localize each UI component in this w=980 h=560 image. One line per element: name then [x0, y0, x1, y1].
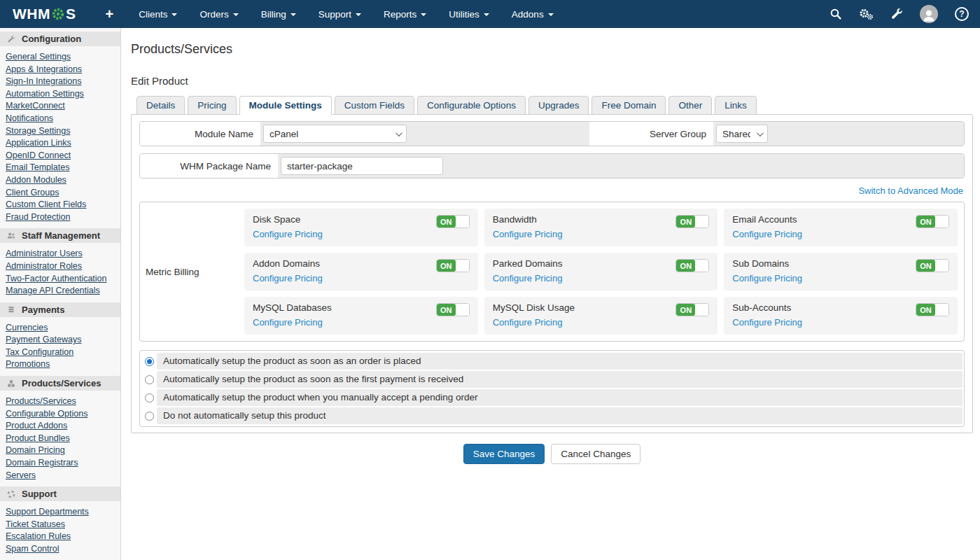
tab[interactable]: Links — [715, 96, 757, 115]
sidebar-link[interactable]: Fraud Protection — [6, 212, 70, 222]
metric-toggle[interactable]: ON — [676, 303, 709, 316]
sidebar-link[interactable]: Domain Registrars — [6, 458, 78, 468]
sidebar-link[interactable]: Custom Client Fields — [6, 200, 86, 209]
nav-menu-item[interactable]: Clients — [130, 5, 186, 24]
sidebar-link[interactable]: Storage Settings — [6, 126, 70, 136]
nav-menu-item[interactable]: Addons — [503, 5, 562, 24]
search-icon[interactable] — [830, 8, 842, 20]
nav-menu-item[interactable]: Utilities — [440, 5, 498, 24]
nav-menu-label: Addons — [512, 9, 544, 20]
server-group-select[interactable]: Shared — [716, 125, 768, 143]
sidebar-link[interactable]: Domain Pricing — [6, 445, 65, 455]
metric-card: MySQL Disk Usage Configure Pricing ON — [484, 297, 718, 335]
sidebar-link[interactable]: Configurable Options — [6, 409, 88, 419]
sidebar-link[interactable]: Client Groups — [6, 188, 59, 197]
metric-toggle[interactable]: ON — [916, 303, 949, 316]
radio-button[interactable] — [145, 412, 154, 421]
sidebar-link[interactable]: Payment Gateways — [6, 335, 81, 344]
sidebar-link[interactable]: Sign-In Integrations — [6, 76, 81, 86]
sidebar-link[interactable]: Administrator Users — [6, 248, 83, 258]
tab[interactable]: Free Domain — [592, 96, 666, 115]
radio-button[interactable] — [145, 357, 154, 366]
toggle-knob — [935, 260, 948, 272]
switch-advanced-mode-link[interactable]: Switch to Advanced Mode — [858, 186, 963, 196]
configure-pricing-link[interactable]: Configure Pricing — [493, 273, 563, 284]
sidebar-section: Configuration General Settings Apps & In… — [0, 31, 120, 228]
tab[interactable]: Pricing — [188, 96, 236, 115]
radio-cell — [141, 407, 157, 424]
sidebar-section: Staff Management Administrator Users Adm… — [0, 228, 120, 302]
sidebar-link[interactable]: Currencies — [6, 323, 48, 332]
nav-menu-item[interactable]: Orders — [191, 5, 246, 24]
radio-cell — [141, 389, 157, 406]
help-icon[interactable]: ? — [955, 7, 969, 21]
sidebar-link[interactable]: Manage API Credentials — [6, 286, 100, 295]
metric-toggle[interactable]: ON — [676, 259, 709, 272]
sidebar-link[interactable]: Ticket Statuses — [6, 519, 65, 529]
sidebar-link[interactable]: Products/Services — [6, 396, 76, 406]
save-changes-button[interactable]: Save Changes — [463, 444, 545, 464]
avatar[interactable] — [920, 5, 938, 23]
sidebar-link[interactable]: Servers — [6, 470, 36, 480]
whm-package-input[interactable] — [281, 157, 443, 175]
metric-toggle[interactable]: ON — [676, 215, 709, 228]
tab[interactable]: Upgrades — [528, 96, 589, 115]
sidebar-link[interactable]: MarketConnect — [6, 101, 65, 111]
configure-pricing-link[interactable]: Configure Pricing — [732, 317, 802, 328]
automation-gears-icon[interactable] — [859, 8, 874, 20]
configure-pricing-link[interactable]: Configure Pricing — [493, 317, 563, 328]
sidebar-link[interactable]: Spam Control — [6, 544, 59, 554]
sidebar-list-item: Ticket Statuses — [6, 518, 116, 531]
configure-pricing-link[interactable]: Configure Pricing — [493, 229, 563, 239]
tab[interactable]: Module Settings — [239, 96, 332, 115]
metric-toggle[interactable]: ON — [436, 259, 470, 272]
metric-toggle[interactable]: ON — [436, 303, 470, 316]
whm-package-label: WHM Package Name — [140, 154, 278, 178]
sidebar-link[interactable]: Product Addons — [6, 421, 67, 430]
configure-pricing-link[interactable]: Configure Pricing — [253, 229, 323, 239]
cancel-changes-button[interactable]: Cancel Changes — [551, 444, 640, 464]
nav-menu-item[interactable]: Billing — [253, 5, 304, 24]
module-name-select[interactable]: cPanel — [263, 125, 407, 143]
tab[interactable]: Configurable Options — [417, 96, 526, 115]
sidebar-link[interactable]: Product Bundles — [6, 433, 70, 443]
sidebar-link[interactable]: Escalation Rules — [6, 531, 71, 541]
sidebar-link[interactable]: Application Links — [6, 138, 71, 148]
quick-add-button[interactable]: + — [106, 6, 114, 22]
sidebar-link[interactable]: Automation Settings — [6, 89, 84, 99]
tab[interactable]: Details — [136, 96, 185, 115]
tab[interactable]: Custom Fields — [335, 96, 414, 115]
configure-pricing-link[interactable]: Configure Pricing — [253, 273, 323, 284]
sidebar-link[interactable]: Support Departments — [6, 507, 89, 517]
metric-toggle[interactable]: ON — [436, 215, 470, 228]
radio-button[interactable] — [145, 393, 154, 402]
metric-card: Sub-Accounts Configure Pricing ON — [724, 297, 958, 335]
sidebar-link[interactable]: Addon Modules — [6, 175, 66, 185]
wrench-icon[interactable] — [890, 8, 903, 20]
sidebar-list-item: OpenID Connect — [6, 149, 116, 162]
sidebar-link[interactable]: Administrator Roles — [6, 261, 82, 271]
configure-pricing-link[interactable]: Configure Pricing — [732, 229, 802, 239]
sidebar-link[interactable]: Notifications — [6, 113, 53, 123]
sidebar-link[interactable]: OpenID Connect — [6, 150, 71, 160]
sidebar-link[interactable]: Tax Configuration — [6, 347, 74, 357]
metric-toggle[interactable]: ON — [916, 259, 949, 272]
tab[interactable]: Other — [668, 96, 712, 115]
sidebar-link[interactable]: Apps & Integrations — [6, 64, 82, 74]
nav-menu-item[interactable]: Support — [310, 5, 370, 24]
metric-toggle[interactable]: ON — [916, 215, 949, 228]
top-navbar: WHM S + Clients Orders Billing Support — [0, 0, 980, 28]
radio-button[interactable] — [145, 375, 154, 384]
whmcs-logo[interactable]: WHM S — [13, 6, 76, 22]
caret-down-icon — [484, 13, 489, 16]
sidebar-list-item: Automation Settings — [6, 88, 116, 100]
sidebar-link[interactable]: Promotions — [6, 359, 50, 369]
sidebar-link[interactable]: Email Templates — [6, 162, 69, 172]
sidebar-link[interactable]: General Settings — [6, 52, 71, 62]
metric-card: Email Accounts Configure Pricing ON — [724, 209, 958, 246]
sidebar-link[interactable]: Two-Factor Authentication — [6, 274, 107, 284]
configure-pricing-link[interactable]: Configure Pricing — [732, 273, 802, 284]
sidebar-list-item: Manage API Credentials — [6, 284, 116, 297]
configure-pricing-link[interactable]: Configure Pricing — [253, 317, 323, 328]
nav-menu-item[interactable]: Reports — [375, 5, 435, 24]
